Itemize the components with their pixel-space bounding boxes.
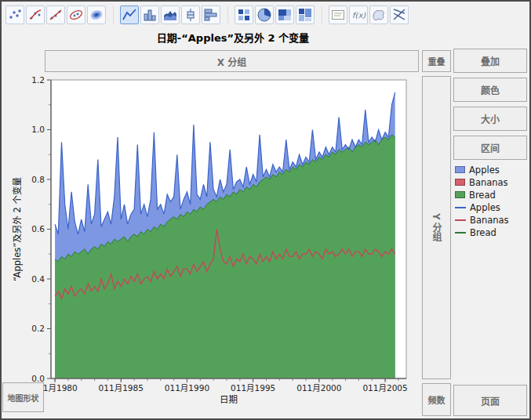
treemap-icon (277, 7, 293, 23)
box-plot-tool-button[interactable] (181, 5, 200, 24)
y-tick-label: 1.2 (31, 75, 45, 85)
y-tick-label: 0.4 (31, 274, 45, 284)
formula-icon: f(x) (351, 7, 366, 23)
graph-builder-window: { "window": { "title": "日期-“Apples”及另外 2… (0, 0, 531, 420)
drop-zone-size[interactable]: 大小 (453, 107, 527, 131)
heatmap-icon (236, 7, 252, 23)
page-title: 日期-“Apples”及另外 2 个变量 (45, 30, 421, 45)
y-tick-label: 0.6 (31, 224, 45, 234)
formula-tool-button[interactable]: f(x) (349, 5, 368, 24)
area-tool-button[interactable] (161, 5, 180, 24)
parallel-plot-icon (391, 7, 407, 23)
drop-zone-x-group[interactable]: X 分组 (45, 50, 419, 72)
line-of-fit-icon (48, 7, 64, 23)
legend-label: Bananas (469, 177, 508, 188)
drop-zone-stack[interactable]: 叠加 (453, 49, 527, 73)
y-tick-label: 0.0 (31, 374, 45, 383)
line-icon (122, 7, 137, 23)
drop-zone-y-group[interactable]: Y 分组 (422, 76, 451, 379)
heatmap-tool-button[interactable] (235, 5, 253, 24)
points-tool-button[interactable] (5, 5, 24, 24)
treemap-tool-button[interactable] (275, 5, 294, 24)
legend: ApplesBananasBreadApplesBananasBread (455, 165, 527, 237)
smoother-icon (27, 7, 43, 23)
toolbar: f(x) (3, 3, 528, 26)
line-tool-button[interactable] (120, 5, 139, 24)
plot-area[interactable]: 0.00.20.40.60.81.01.2011月1980011月1985011… (9, 72, 417, 418)
pie-icon (256, 7, 272, 23)
y-tick-label: 1.0 (31, 125, 45, 134)
legend-swatch-line (455, 232, 466, 234)
points-icon (7, 7, 23, 23)
legend-swatch-fill (455, 191, 465, 198)
caption-box-tool-button[interactable] (329, 5, 347, 24)
histogram-tool-button[interactable] (202, 5, 220, 24)
legend-label: Bread (469, 190, 496, 201)
contour-tool-button[interactable] (87, 5, 106, 24)
legend-item-bananas-line[interactable]: Bananas (455, 215, 527, 225)
mosaic-icon (297, 7, 313, 23)
mosaic-tool-button[interactable] (296, 5, 315, 24)
toolbar-separator (222, 6, 228, 24)
smoother-tool-button[interactable] (26, 5, 45, 24)
y-tick-label: 0.2 (31, 324, 45, 333)
legend-item-bananas-fill[interactable]: Bananas (455, 177, 527, 187)
line-of-fit-tool-button[interactable] (46, 5, 65, 24)
bar-icon (142, 7, 158, 23)
parallel-plot-tool-button[interactable] (390, 5, 409, 24)
x-tick-label: 011月2000 (296, 383, 341, 393)
legend-item-bread-fill[interactable]: Bread (455, 190, 527, 200)
toolbar-separator (316, 6, 322, 24)
legend-label: Bananas (470, 215, 509, 226)
x-tick-label: 011月2005 (362, 383, 407, 393)
contour-icon (89, 7, 104, 23)
bar-tool-button[interactable] (140, 5, 159, 24)
drop-zone-page[interactable]: 页面 (453, 385, 527, 416)
legend-swatch-fill (455, 179, 465, 186)
legend-swatch-fill (455, 166, 465, 173)
y-axis-title: “Apples”及另外 2 个变量 (12, 177, 23, 281)
drop-zone-overlap[interactable]: 重叠 (422, 50, 451, 72)
map-shapes-icon (371, 7, 387, 23)
drop-zone-map-shape[interactable]: 地图形状 (2, 382, 44, 412)
x-axis-title: 日期 (220, 394, 238, 405)
legend-swatch-line (455, 219, 466, 221)
x-tick-label: 011月1985 (99, 383, 144, 393)
toolbar-separator (107, 6, 114, 24)
x-tick-label: 011月1995 (231, 383, 275, 393)
y-tick-label: 0.8 (31, 175, 45, 184)
legend-label: Apples (470, 202, 500, 213)
map-shapes-tool-button[interactable] (369, 5, 388, 24)
drop-zone-color[interactable]: 颜色 (453, 78, 527, 102)
svg-text:f(x): f(x) (352, 11, 366, 20)
caption-box-icon (330, 7, 346, 23)
ellipse-icon (68, 7, 84, 23)
drop-zone-interval[interactable]: 区间 (453, 136, 527, 160)
legend-item-apples-line[interactable]: Apples (455, 202, 527, 212)
box-plot-icon (183, 7, 198, 23)
legend-label: Bread (470, 227, 496, 238)
area-icon (162, 7, 178, 23)
ellipse-tool-button[interactable] (67, 5, 85, 24)
drop-zone-frequency[interactable]: 频数 (422, 383, 451, 416)
legend-item-apples-fill[interactable]: Apples (455, 165, 527, 175)
pie-tool-button[interactable] (255, 5, 274, 24)
x-tick-label: 011月1990 (165, 383, 209, 393)
legend-label: Apples (469, 165, 500, 176)
legend-item-bread-line[interactable]: Bread (455, 227, 527, 237)
histogram-icon (203, 7, 219, 23)
legend-swatch-line (455, 207, 466, 208)
